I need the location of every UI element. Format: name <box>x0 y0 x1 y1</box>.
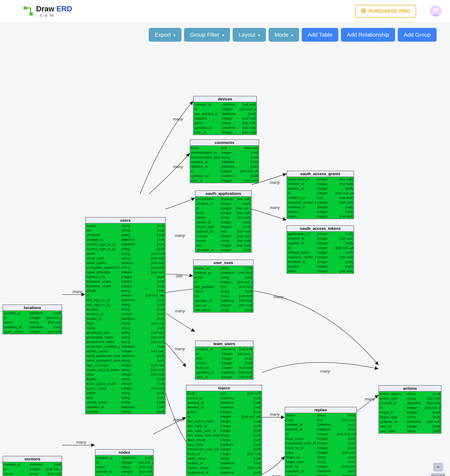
add-relationship-button[interactable]: Add Relationship <box>341 28 395 42</box>
table-row[interactable]: updated_atdatetime[null] <box>3 325 62 330</box>
table-oauth_access_grants[interactable]: oauth_access_grantsapplication_idinteger… <box>287 171 354 219</box>
table-row[interactable]: namestring[not null] <box>95 465 153 470</box>
table-row[interactable]: team_idinteger[not null] <box>195 366 253 370</box>
table-row[interactable]: created_atdatetime[not null] <box>195 347 253 352</box>
table-row[interactable]: action_typestring[not null] <box>379 396 441 401</box>
table-nodes[interactable]: nodescreated_atdatetime[null]idinteger[n… <box>95 449 154 476</box>
table-row[interactable]: last_reply_user_idinteger[null] <box>186 428 262 433</box>
table-row[interactable]: idinteger[not null, pk] <box>287 191 354 196</box>
table-row[interactable]: user_idinteger[not null] <box>194 303 253 308</box>
table-row[interactable]: commentable_typestring[null] <box>190 155 259 160</box>
table-row[interactable]: websitestring[null] <box>86 409 165 414</box>
table-row[interactable]: companystring[null] <box>86 233 165 238</box>
table-row[interactable]: locationstring[null] <box>86 307 165 312</box>
table-row[interactable]: resource_owner_idinteger[not null] <box>287 200 354 205</box>
table-row[interactable]: stateinteger[not null] <box>285 450 356 455</box>
table-row[interactable]: created_atdatetime[not null] <box>194 271 253 275</box>
table-row[interactable]: updated_atdatetime[not null] <box>194 126 256 130</box>
table-row[interactable]: actionstring[null] <box>285 413 356 418</box>
table-row[interactable]: created_atdatetime[null] <box>95 456 153 460</box>
table-row[interactable]: action_optionstring[null] <box>379 392 441 396</box>
table-oauth_applications[interactable]: oauth_applicationsconfidentialboolean[no… <box>195 190 252 253</box>
table-oauth_access_tokens[interactable]: oauth_access_tokensapplication_idinteger… <box>287 225 354 274</box>
table-row[interactable]: last_sign_in_atdatetime[null] <box>86 298 165 302</box>
table-row[interactable]: team_idinteger[null] <box>186 475 262 476</box>
table-row[interactable]: idinteger[not null, pk] <box>95 460 153 465</box>
table-row[interactable]: revoked_atinteger[null] <box>287 260 354 264</box>
table-row[interactable]: updated_atdatetime[not null] <box>195 370 253 375</box>
table-row[interactable]: idinteger[not null, pk] <box>194 280 253 284</box>
table-row[interactable]: namestring[null] <box>86 326 165 331</box>
table-row[interactable]: reset_password_sent_atdatetime[null] <box>86 354 165 358</box>
table-row[interactable]: expiers_ininteger[null] <box>287 186 354 191</box>
table-row[interactable]: remember_created_atdatetime[null] <box>86 344 165 349</box>
table-row[interactable]: updated_atinteger[null] <box>195 248 251 252</box>
table-row[interactable]: last_payloadtext[not null] <box>194 284 253 289</box>
table-row[interactable]: platforminteger[not null] <box>194 116 256 121</box>
table-row[interactable]: levelinteger[not null] <box>195 211 251 215</box>
table-row[interactable]: idinteger[not null, pk] <box>379 406 441 410</box>
table-row[interactable]: updated_atdatetime[not null] <box>379 419 441 424</box>
table-row[interactable]: user_idinteger[not null] <box>194 130 256 135</box>
mode-button[interactable]: Mode <box>269 28 299 42</box>
table-row[interactable]: last_active_markinteger[null] <box>186 419 262 424</box>
table-user_ssos[interactable]: user_ssosavatar_urlstring[null]created_a… <box>193 260 254 313</box>
table-row[interactable]: last_reply_user_loginstring[null] <box>186 433 262 438</box>
table-row[interactable]: team_users_countinteger[null] <box>86 382 165 386</box>
table-row[interactable]: location_idinteger[null] <box>86 312 165 316</box>
table-row[interactable]: created_atinteger[null] <box>195 201 251 206</box>
table-row[interactable]: idinteger[not null, pk] <box>285 432 356 436</box>
table-row[interactable]: deleted_atdatetime[null] <box>285 427 356 432</box>
table-topics[interactable]: topicsbodytext[not null]closed_atdatetim… <box>186 385 262 476</box>
table-row[interactable]: reset_password_tokenstring[null] <box>86 358 165 363</box>
table-row[interactable]: application_idinteger[not null] <box>287 177 354 182</box>
table-row[interactable]: uidinteger[not null] <box>195 243 251 248</box>
export-button[interactable]: Export <box>149 28 181 42</box>
table-row[interactable]: likes_countinteger[null] <box>186 438 262 442</box>
table-row[interactable]: target_idinteger[null] <box>379 410 441 415</box>
table-row[interactable]: created_atdatetime[null] <box>190 160 259 164</box>
table-team_users[interactable]: team_userscreated_atdatetime[not null]id… <box>195 341 254 380</box>
table-row[interactable]: users_countinteger[not null] <box>3 330 62 334</box>
table-row[interactable]: gradeinteger[null] <box>186 410 262 414</box>
table-row[interactable]: following_countinteger[null] <box>86 284 165 289</box>
table-row[interactable]: target_idstring[null] <box>285 455 356 460</box>
table-row[interactable]: secretstring[not null] <box>195 238 251 243</box>
table-row[interactable]: tokenstring[not null] <box>194 121 256 126</box>
purchase-pro-button[interactable]: $ PURCHASE PRO <box>355 5 416 18</box>
table-row[interactable]: perishable_tokenstring[not null] <box>86 335 165 340</box>
table-row[interactable]: revoked_atinteger[null] <box>287 205 354 209</box>
table-row[interactable]: emailstring[not null] <box>86 251 165 256</box>
table-row[interactable]: replies_countinteger[not null] <box>86 349 165 354</box>
table-row[interactable]: current_sign_in_ipstring[null] <box>86 247 165 251</box>
table-row[interactable]: encrypted_passwordstring[not null] <box>86 265 165 270</box>
add-group-button[interactable]: Add Group <box>398 28 437 42</box>
table-row[interactable]: idinteger[not null, pk] <box>186 414 262 419</box>
table-devices[interactable]: devicescreated_atdatetime[not null]idint… <box>193 96 257 135</box>
table-row[interactable]: lock_nodeboolean[null] <box>186 442 262 447</box>
table-row[interactable]: idinteger[not null, pk] <box>3 316 62 320</box>
table-row[interactable]: tokeninteger[not null] <box>287 214 354 219</box>
table-row[interactable]: usernamestring[null] <box>194 308 253 312</box>
table-row[interactable]: namestring[null] <box>194 289 253 294</box>
table-row[interactable]: created_atdatetime[null] <box>285 423 356 427</box>
table-row[interactable]: created_atdatetime[null] <box>3 311 62 316</box>
table-row[interactable]: updated_atdatetime[null] <box>190 174 259 178</box>
table-row[interactable]: scopesinteger[null] <box>287 209 354 214</box>
table-row[interactable]: idinteger[not null, pk] <box>86 293 165 298</box>
table-row[interactable]: section_idinteger[not null] <box>95 470 153 474</box>
table-row[interactable]: single_access_tokenstring[not null] <box>86 368 165 372</box>
table-sections[interactable]: sectionscreated_atdatetime[null]idintege… <box>3 456 62 476</box>
table-row[interactable]: idinteger[not null, pk] <box>190 169 259 174</box>
table-row[interactable]: mentioned_user_idsinteger[null] <box>285 441 356 446</box>
table-row[interactable]: namestring[not null] <box>3 471 62 476</box>
table-row[interactable]: target_typestring[null] <box>285 460 356 464</box>
table-row[interactable]: roleinteger[null] <box>195 356 253 361</box>
table-row[interactable]: closed_atdatetime[null] <box>186 396 262 401</box>
table-row[interactable]: locked_atdatetime[null] <box>86 316 165 321</box>
table-row[interactable]: topic_idinteger[not null] <box>285 464 356 469</box>
table-row[interactable]: reply_to_idinteger[null] <box>285 446 356 450</box>
table-row[interactable]: user_typestring[null] <box>379 429 441 433</box>
table-row[interactable]: twitterstring[null] <box>86 391 165 395</box>
table-row[interactable]: redirect_uritext[not null] <box>287 196 354 200</box>
